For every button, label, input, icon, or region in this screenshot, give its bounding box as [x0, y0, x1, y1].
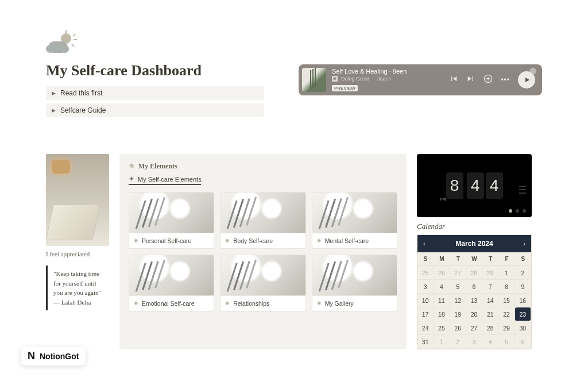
cal-day[interactable]: 25 [434, 321, 450, 335]
next-track-icon[interactable] [466, 74, 475, 86]
weather-sun-cloud-icon [48, 33, 77, 56]
cal-day[interactable]: 6 [466, 280, 482, 294]
cal-day[interactable]: 16 [515, 294, 531, 307]
badge-label: NotionGot [40, 352, 79, 361]
clock-page-dots [509, 209, 526, 213]
spotify-logo-icon [529, 68, 536, 75]
cal-day[interactable]: 15 [498, 294, 514, 307]
clock-hour: 8 [446, 172, 463, 199]
section-title: My Elements [138, 162, 177, 171]
cal-prev-icon[interactable]: ‹ [423, 240, 425, 247]
cal-next-icon[interactable]: › [523, 240, 525, 247]
cal-dow: M [434, 252, 450, 266]
mood-photo [46, 154, 109, 246]
cal-day[interactable]: 5 [450, 280, 466, 294]
album-art [302, 68, 326, 92]
cal-day[interactable]: 11 [434, 294, 450, 307]
cal-day[interactable]: 5 [498, 335, 514, 349]
cal-day[interactable]: 13 [466, 294, 482, 307]
toggle-label: Selfcare Guide [60, 106, 106, 114]
more-icon[interactable]: ••• [501, 76, 510, 84]
tab-self-care-elements[interactable]: ☀︎ My Self-care Elements [129, 175, 397, 183]
preview-badge: PREVIEW [332, 85, 358, 91]
cal-month-label: March 2024 [455, 240, 493, 248]
sparkle-icon: ✺ [225, 301, 230, 306]
clock-meridiem: PM [440, 197, 446, 201]
cal-day[interactable]: 27 [450, 266, 466, 280]
card-image [220, 193, 305, 233]
element-card[interactable]: ✺Emotional Self-care [129, 255, 214, 311]
card-title: Relationships [233, 300, 269, 307]
cal-day[interactable]: 1 [498, 266, 514, 280]
spotify-widget[interactable]: Self Love & Healing · 8een E Doing Great… [299, 64, 542, 95]
cal-day[interactable]: 19 [450, 307, 466, 321]
element-card[interactable]: ✺Personal Self-care [129, 192, 214, 249]
card-image [312, 193, 397, 233]
cal-day[interactable]: 3 [466, 335, 482, 349]
toggle-read-first[interactable]: ▶ Read this first [46, 86, 264, 100]
cal-day[interactable]: 28 [466, 266, 482, 280]
card-title: Emotional Self-care [142, 300, 195, 307]
sparkle-icon: ✺ [134, 238, 138, 244]
cal-day[interactable]: 29 [498, 321, 514, 335]
cal-day[interactable]: 6 [515, 335, 531, 349]
sparkle-icon: ✺ [317, 301, 322, 306]
weather-mini-icon: ☀︎ [129, 162, 135, 171]
notiongot-badge[interactable]: N NotionGot [21, 347, 86, 366]
cal-day[interactable]: 7 [482, 280, 498, 294]
cal-day[interactable]: 26 [434, 266, 450, 280]
card-image [220, 255, 305, 295]
cal-day[interactable]: 18 [434, 307, 450, 321]
tab-underline [129, 184, 201, 185]
cal-day[interactable]: 25 [417, 266, 434, 280]
cal-day[interactable]: 20 [466, 307, 482, 321]
toggle-selfcare-guide[interactable]: ▶ Selfcare Guide [46, 103, 264, 117]
clock-min-tens: 4 [467, 172, 484, 199]
cal-day[interactable]: 24 [417, 321, 434, 335]
cal-day[interactable]: 28 [482, 321, 498, 335]
cal-day[interactable]: 10 [417, 294, 434, 307]
cal-day[interactable]: 9 [515, 280, 531, 294]
artist-name: Jaden [377, 76, 392, 82]
cal-day[interactable]: 12 [450, 294, 466, 307]
cal-day[interactable]: 3 [417, 280, 434, 294]
cal-dow: S [515, 252, 531, 266]
feeling-text: I feel appreciated [46, 251, 109, 257]
cal-day[interactable]: 4 [434, 280, 450, 294]
elements-panel: ☀︎ My Elements ☀︎ My Self-care Elements … [119, 154, 407, 349]
cal-dow: T [450, 252, 466, 266]
sparkle-icon: ✺ [317, 238, 322, 244]
cal-day[interactable]: 22 [498, 307, 514, 321]
cal-day[interactable]: 4 [482, 335, 498, 349]
cal-day[interactable]: 17 [417, 307, 434, 321]
cal-day[interactable]: 31 [417, 335, 434, 349]
cal-day[interactable]: 14 [482, 294, 498, 307]
element-card[interactable]: ✺Mental Self-care [312, 192, 397, 249]
element-card[interactable]: ✺Body Self-care [220, 192, 305, 249]
cal-dow: F [498, 252, 514, 266]
cal-day[interactable]: 30 [515, 321, 531, 335]
cal-day[interactable]: 29 [482, 266, 498, 280]
weather-mini-icon: ☀︎ [129, 175, 134, 183]
add-icon[interactable] [483, 74, 493, 86]
element-card[interactable]: ✺My Gallery [312, 255, 397, 311]
cal-day-today[interactable]: 23 [515, 307, 531, 321]
chevron-right-icon: ▶ [52, 90, 56, 96]
cal-day[interactable]: 1 [434, 335, 450, 349]
menu-icon[interactable] [519, 186, 526, 194]
cal-day[interactable]: 8 [498, 280, 514, 294]
prev-track-icon[interactable] [449, 74, 458, 86]
cal-day[interactable]: 21 [482, 307, 498, 321]
quote-block: "Keep taking time for yourself until you… [46, 266, 103, 310]
cal-day[interactable]: 2 [450, 335, 466, 349]
card-title: My Gallery [325, 300, 354, 307]
flip-clock: 8 4 4 PM [417, 154, 532, 217]
element-card[interactable]: ✺Relationships [220, 255, 305, 311]
cal-day[interactable]: 26 [450, 321, 466, 335]
tab-label: My Self-care Elements [138, 176, 202, 183]
page-title: My Self-care Dashboard [46, 62, 264, 79]
cal-day[interactable]: 2 [515, 266, 531, 280]
cal-dow: T [482, 252, 498, 266]
cal-day[interactable]: 27 [466, 321, 482, 335]
card-title: Personal Self-care [142, 237, 191, 244]
